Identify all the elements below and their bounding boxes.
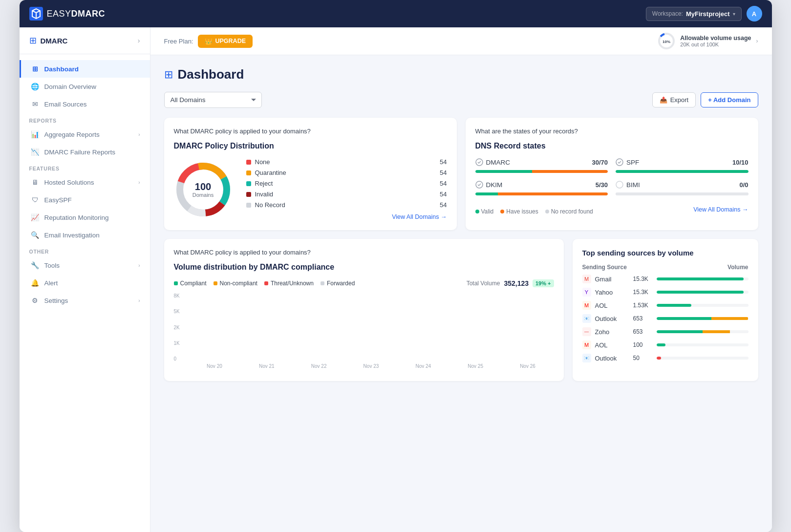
content-area: Free Plan: 👑 UPGRADE 10% Allowable volum… <box>150 27 772 532</box>
sidebar-item-label: Domain Overview <box>44 83 97 90</box>
shield-icon: 🛡 <box>31 195 40 204</box>
upgrade-button[interactable]: 👑 UPGRADE <box>198 35 253 48</box>
wrench-icon: 🔧 <box>31 261 40 270</box>
source-row-outlook1: 📧 Outlook 653 <box>582 314 748 323</box>
sources-card: Top sending sources by volume Sending So… <box>573 239 758 381</box>
bimi-icon <box>616 181 623 189</box>
sources-title: Top sending sources by volume <box>582 249 694 257</box>
gmail-icon: M <box>582 275 591 283</box>
x-axis-labels: Nov 20 Nov 21 Nov 22 Nov 23 Nov 24 Nov 2… <box>189 363 554 369</box>
bell-icon: 🔔 <box>31 278 40 287</box>
gear-icon: ⚙ <box>31 296 40 305</box>
export-button[interactable]: 📤 Export <box>652 92 696 107</box>
total-volume-area: Total Volume 352,123 19% + <box>467 279 554 287</box>
crown-icon: 👑 <box>205 38 213 45</box>
yahoo-icon: Y <box>582 288 591 297</box>
sources-header: Top sending sources by volume <box>582 249 748 257</box>
sidebar-item-hosted-solutions[interactable]: 🖥 Hosted Solutions › <box>20 173 150 191</box>
workspace-chevron-icon: ▾ <box>733 11 735 17</box>
svg-point-14 <box>616 181 623 188</box>
dns-item-bimi: BIMI 0/0 <box>616 181 748 195</box>
source-row-aol2: M AOL 100 <box>582 340 748 349</box>
sidebar-item-aggregate-reports[interactable]: 📊 Aggregate Reports › <box>20 126 150 143</box>
legend-threat: Threat/Unknown <box>264 280 314 287</box>
sidebar-item-label: Tools <box>44 262 60 269</box>
bottom-cards-row: What DMARC policy is applied to your dom… <box>164 239 758 381</box>
domain-select[interactable]: All Domains <box>164 92 262 108</box>
top-navigation: EASYDMARC Workspace: MyFirstproject ▾ A <box>20 0 772 27</box>
user-avatar[interactable]: A <box>747 6 762 21</box>
logo-area: EASYDMARC <box>29 7 106 21</box>
server-icon: 🖥 <box>31 178 40 187</box>
zoho-icon: — <box>582 327 591 336</box>
policy-title: DMARC Policy Distribution <box>174 142 447 150</box>
plan-info: Free Plan: 👑 UPGRADE <box>164 35 253 48</box>
donut-chart: 100 Domains <box>174 160 233 219</box>
sidebar-item-tools[interactable]: 🔧 Tools › <box>20 256 150 274</box>
sidebar-item-label: Hosted Solutions <box>44 179 94 186</box>
add-domain-button[interactable]: + Add Domain <box>701 92 758 107</box>
content-header: Free Plan: 👑 UPGRADE 10% Allowable volum… <box>150 27 772 55</box>
usage-text: Allowable volume usage 20K out of 100K <box>680 35 751 47</box>
sidebar: ⊞ DMARC › ⊞ Dashboard 🌐 Domain Overview … <box>20 27 150 532</box>
workspace-selector[interactable]: Workspace: MyFirstproject ▾ <box>646 7 742 21</box>
dashboard-title-icon: ⊞ <box>164 68 173 81</box>
dns-item-spf: SPF 10/10 <box>616 158 748 173</box>
dns-title: DNS Record states <box>475 142 748 150</box>
sidebar-item-label: Alert <box>44 279 58 287</box>
sidebar-item-label: Aggregate Reports <box>44 131 100 138</box>
dmarc-icon <box>475 158 483 166</box>
dns-question: What are the states of your records? <box>475 128 748 135</box>
volume-question: What DMARC policy is applied to your dom… <box>174 249 554 256</box>
other-section-label: OTHER <box>20 244 150 256</box>
dns-item-dmarc: DMARC 30/70 <box>475 158 608 173</box>
expand-icon: › <box>138 180 140 185</box>
legend-list: None 54 Quarantine 54 Reject 54 <box>246 158 447 220</box>
export-icon: 📤 <box>660 96 667 104</box>
sidebar-logo: ⊞ DMARC <box>29 35 68 46</box>
sidebar-logo-icon: ⊞ <box>29 35 37 46</box>
volume-title: Volume distribution by DMARC compliance <box>174 263 554 272</box>
policy-distribution-card: What DMARC policy is applied to your dom… <box>164 118 457 230</box>
volume-card: What DMARC policy is applied to your dom… <box>164 239 564 381</box>
y-axis-labels: 8K 5K 2K 1K 0 <box>174 293 180 362</box>
search-mail-icon: 🔍 <box>31 231 40 239</box>
sidebar-item-reputation-monitoring[interactable]: 📈 Reputation Monitoring <box>20 209 150 226</box>
chart-icon: 📊 <box>31 130 40 139</box>
sidebar-item-alert[interactable]: 🔔 Alert <box>20 274 150 292</box>
sidebar-item-settings[interactable]: ⚙ Settings › <box>20 292 150 309</box>
sidebar-collapse-icon[interactable]: › <box>138 37 140 44</box>
sidebar-item-domain-overview[interactable]: 🌐 Domain Overview <box>20 78 150 95</box>
dns-view-all-link[interactable]: View All Domains → <box>693 206 748 213</box>
workspace-area: Workspace: MyFirstproject ▾ A <box>646 6 762 21</box>
dashboard-icon: ⊞ <box>31 64 40 73</box>
sidebar-item-label: Reputation Monitoring <box>44 214 109 221</box>
policy-question: What DMARC policy is applied to your dom… <box>174 128 447 135</box>
cards-row-top: What DMARC policy is applied to your dom… <box>164 118 758 230</box>
sidebar-item-label: Email Investigation <box>44 232 100 239</box>
usage-expand-icon[interactable]: › <box>756 38 758 44</box>
expand-icon: › <box>138 132 140 137</box>
sidebar-item-dashboard[interactable]: ⊞ Dashboard <box>20 60 150 78</box>
legend-item-reject: Reject 54 <box>246 180 447 187</box>
spf-icon <box>616 158 623 166</box>
sidebar-item-label: DMARC Failure Reports <box>44 149 116 156</box>
sidebar-item-easyspf[interactable]: 🛡 EasySPF <box>20 191 150 209</box>
bar-chart <box>189 293 554 362</box>
sidebar-nav: ⊞ Dashboard 🌐 Domain Overview ✉ Email So… <box>20 54 150 532</box>
legend-non-compliant: Non-compliant <box>214 280 257 287</box>
sidebar-item-label: EasySPF <box>44 196 72 204</box>
aol2-icon: M <box>582 340 591 349</box>
sidebar-item-email-investigation[interactable]: 🔍 Email Investigation <box>20 226 150 244</box>
dashboard-body: ⊞ Dashboard All Domains 📤 Export + Add D… <box>150 55 772 393</box>
aol-icon: M <box>582 301 591 310</box>
sidebar-item-email-sources[interactable]: ✉ Email Sources <box>20 95 150 113</box>
sidebar-title: DMARC <box>41 37 68 45</box>
view-all-domains-link[interactable]: View All Domains → <box>246 213 447 220</box>
reports-section-label: REPORTS <box>20 113 150 126</box>
source-row-yahoo: Y Yahoo 15.3K <box>582 288 748 297</box>
source-row-gmail: M Gmail 15.3K <box>582 275 748 283</box>
source-row-outlook2: 📧 Outlook 50 <box>582 354 748 362</box>
sidebar-item-dmarc-failure[interactable]: 📉 DMARC Failure Reports <box>20 143 150 161</box>
sidebar-item-label: Dashboard <box>44 65 79 73</box>
